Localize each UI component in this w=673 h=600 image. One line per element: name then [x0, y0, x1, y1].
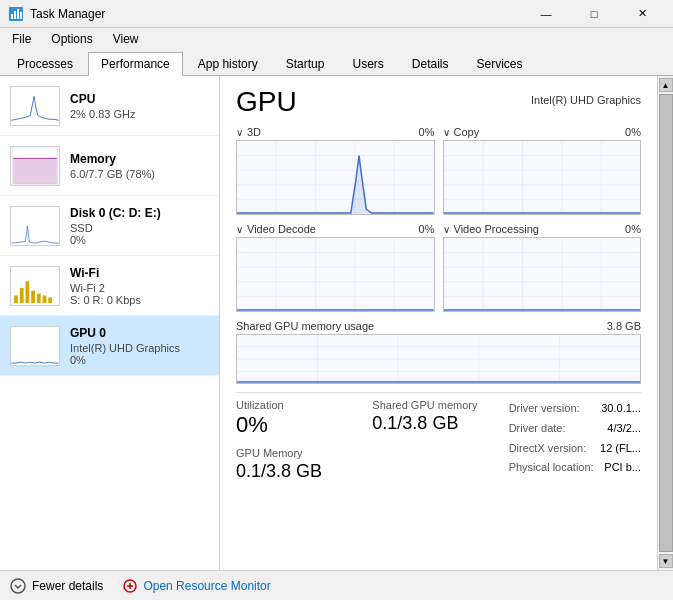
disk-mini-graph [10, 206, 60, 246]
main-content: CPU 2% 0.83 GHz Memory 6.0/7.7 GB (78%) [0, 76, 673, 570]
gpu-title: GPU [236, 86, 297, 118]
disk-info: Disk 0 (C: D: E:) SSD 0% [70, 206, 209, 246]
physical-location-label: Physical location: [509, 458, 594, 478]
svg-rect-10 [31, 290, 35, 302]
chart-copy-box [443, 140, 642, 215]
sidebar-item-wifi[interactable]: Wi-Fi Wi-Fi 2 S: 0 R: 0 Kbps [0, 256, 219, 316]
charts-bottom: ∨ Video Decode 0% [236, 223, 641, 312]
svg-point-54 [11, 579, 25, 593]
gpu-subtitle: Intel(R) UHD Graphics [531, 94, 641, 106]
app-title: Task Manager [30, 7, 105, 21]
gpu-memory-label: GPU Memory [236, 447, 368, 459]
charts-top: ∨ 3D 0% [236, 126, 641, 215]
chart-3d: ∨ 3D 0% [236, 126, 435, 215]
wifi-info: Wi-Fi Wi-Fi 2 S: 0 R: 0 Kbps [70, 266, 209, 306]
shared-gpu-label: Shared GPU memory [372, 399, 504, 411]
sidebar-item-cpu[interactable]: CPU 2% 0.83 GHz [0, 76, 219, 136]
scroll-down-button[interactable]: ▼ [659, 554, 673, 568]
tab-details[interactable]: Details [399, 51, 462, 75]
driver-date-row: Driver date: 4/3/2... [509, 419, 641, 439]
shared-mem-value: 3.8 GB [607, 320, 641, 332]
chart-copy-percent: 0% [625, 126, 641, 138]
maximize-button[interactable]: □ [571, 3, 617, 25]
gpu-sidebar-label: GPU 0 [70, 326, 209, 340]
menu-view[interactable]: View [105, 30, 147, 48]
svg-rect-2 [14, 11, 16, 19]
tab-users[interactable]: Users [339, 51, 396, 75]
disk-type: SSD [70, 222, 209, 234]
task-manager-icon [8, 6, 24, 22]
shared-mem-label: Shared GPU memory usage [236, 320, 374, 332]
gpu-sidebar-sub: Intel(R) UHD Graphics [70, 342, 209, 354]
tab-processes[interactable]: Processes [4, 51, 86, 75]
chart-vproc-box [443, 237, 642, 312]
right-panel: GPU Intel(R) UHD Graphics ∨ 3D 0% [220, 76, 657, 570]
wifi-speed: S: 0 R: 0 Kbps [70, 294, 209, 306]
fewer-details-label: Fewer details [32, 579, 103, 593]
svg-rect-7 [14, 295, 18, 303]
cpu-stats: 2% 0.83 GHz [70, 108, 209, 120]
tab-startup[interactable]: Startup [273, 51, 338, 75]
disk-usage: 0% [70, 234, 209, 246]
directx-row: DirectX version: 12 (FL... [509, 439, 641, 459]
stat-shared-memory: Shared GPU memory 0.1/3.8 GB [372, 399, 504, 482]
scroll-thumb[interactable] [659, 94, 673, 552]
directx-label: DirectX version: [509, 439, 587, 459]
gpu-mini-graph [10, 326, 60, 366]
shared-mem-row: Shared GPU memory usage 3.8 GB [236, 320, 641, 332]
stats-section: Utilization 0% GPU Memory 0.1/3.8 GB Sha… [236, 392, 641, 482]
open-resource-monitor-link[interactable]: Open Resource Monitor [123, 579, 270, 593]
svg-rect-6 [13, 158, 57, 184]
driver-version-row: Driver version: 30.0.1... [509, 399, 641, 419]
title-bar: Task Manager — □ ✕ [0, 0, 673, 28]
minimize-button[interactable]: — [523, 3, 569, 25]
chart-vproc-percent: 0% [625, 223, 641, 235]
chart-vdecode-label: Video Decode [247, 223, 316, 235]
menu-options[interactable]: Options [43, 30, 100, 48]
close-button[interactable]: ✕ [619, 3, 665, 25]
gpu-memory-value: 0.1/3.8 GB [236, 461, 368, 482]
memory-label: Memory [70, 152, 209, 166]
gpu-sidebar-usage: 0% [70, 354, 209, 366]
sidebar-item-disk[interactable]: Disk 0 (C: D: E:) SSD 0% [0, 196, 219, 256]
svg-rect-9 [26, 281, 30, 303]
cpu-mini-graph [10, 86, 60, 126]
tab-app-history[interactable]: App history [185, 51, 271, 75]
driver-info: Driver version: 30.0.1... Driver date: 4… [509, 399, 641, 482]
menu-file[interactable]: File [4, 30, 39, 48]
wifi-mini-graph [10, 266, 60, 306]
cpu-label: CPU [70, 92, 209, 106]
sidebar: CPU 2% 0.83 GHz Memory 6.0/7.7 GB (78%) [0, 76, 220, 570]
title-bar-controls: — □ ✕ [523, 3, 665, 25]
sidebar-item-memory[interactable]: Memory 6.0/7.7 GB (78%) [0, 136, 219, 196]
chart-3d-box [236, 140, 435, 215]
tab-services[interactable]: Services [464, 51, 536, 75]
cpu-info: CPU 2% 0.83 GHz [70, 92, 209, 120]
scroll-up-button[interactable]: ▲ [659, 78, 673, 92]
memory-mini-graph [10, 146, 60, 186]
svg-rect-13 [48, 297, 52, 303]
chart-vdecode-percent: 0% [419, 223, 435, 235]
shared-mem-chart [236, 334, 641, 384]
scrollbar[interactable]: ▲ ▼ [657, 76, 673, 570]
fewer-details-button[interactable]: Fewer details [10, 578, 103, 594]
utilization-value: 0% [236, 413, 368, 437]
chart-copy-label: Copy [454, 126, 480, 138]
title-bar-left: Task Manager [8, 6, 105, 22]
resource-monitor-icon [123, 579, 137, 593]
gpu-header: GPU Intel(R) UHD Graphics [236, 86, 641, 118]
sidebar-item-gpu[interactable]: GPU 0 Intel(R) UHD Graphics 0% [0, 316, 219, 376]
memory-info: Memory 6.0/7.7 GB (78%) [70, 152, 209, 180]
chart-3d-labels: ∨ 3D 0% [236, 126, 435, 138]
tab-performance[interactable]: Performance [88, 52, 183, 76]
shared-gpu-value: 0.1/3.8 GB [372, 413, 504, 434]
driver-date-value: 4/3/2... [607, 419, 641, 439]
svg-rect-4 [20, 12, 22, 19]
wifi-label: Wi-Fi [70, 266, 209, 280]
driver-version-label: Driver version: [509, 399, 580, 419]
physical-location-value: PCI b... [604, 458, 641, 478]
open-resource-monitor-label: Open Resource Monitor [143, 579, 270, 593]
driver-version-value: 30.0.1... [601, 399, 641, 419]
driver-date-label: Driver date: [509, 419, 566, 439]
svg-rect-11 [37, 293, 41, 303]
